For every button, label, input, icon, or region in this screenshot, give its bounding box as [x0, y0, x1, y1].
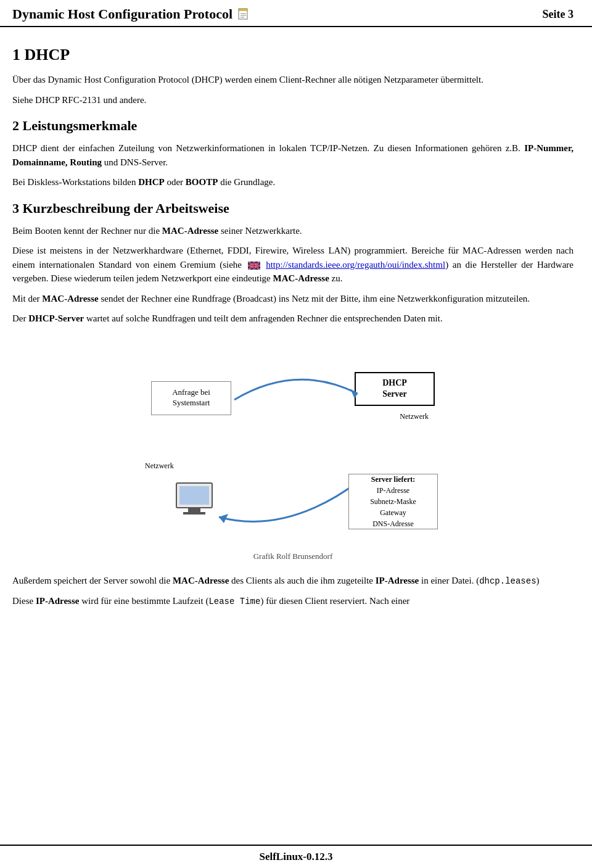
footer-label: SelfLinux-0.12.3: [259, 851, 332, 862]
dhcp-leases-code: dhcp.leases: [479, 576, 536, 586]
section3-p2: Diese ist meistens in der Netzwerkhardwa…: [12, 244, 574, 286]
netzwerk-label-top: Netzwerk: [400, 412, 429, 421]
section2-heading: 2 Leistungsmerkmale: [12, 118, 574, 134]
ieee-link[interactable]: http://standards.ieee.org/regauth/oui/in…: [266, 260, 445, 270]
ip-adresse-bold-2: IP-Adresse: [36, 596, 80, 606]
section3-p4-pre: Der: [12, 313, 28, 323]
main-content: 1 DHCP Über das Dynamic Host Configurati…: [0, 27, 592, 845]
section3-p5: Außerdem speichert der Server sowohl die…: [12, 574, 574, 588]
page: Dynamic Host Configuration Protocol Seit…: [0, 0, 592, 868]
ip-adresse-bold: IP-Adresse: [376, 576, 419, 585]
section3-heading: 3 Kurzbeschreibung der Arbeitsweise: [12, 200, 574, 217]
section3-p4: Der DHCP-Server wartet auf solche Rundfr…: [12, 312, 574, 326]
computer-icon: [166, 474, 222, 523]
bootp-bold: BOOTP: [186, 177, 218, 187]
screen: [179, 486, 209, 505]
section3-p3-post: sendet der Rechner eine Rundfrage (Broad…: [99, 294, 530, 304]
page-number: Seite 3: [543, 8, 574, 21]
section3-p6: Diese IP-Adresse wird für eine bestimmte…: [12, 594, 574, 608]
netzwerk-left-text: Netzwerk: [145, 461, 174, 470]
svg-rect-1: [239, 9, 247, 11]
dhcp-server-label: DHCPServer: [382, 378, 407, 400]
section2-p1-text: DHCP dient der einfachen Zuteilung von N…: [12, 143, 520, 153]
page-footer: SelfLinux-0.12.3: [0, 845, 592, 868]
netzwerk-top-text: Netzwerk: [400, 412, 429, 421]
netzwerk-label-left: Netzwerk: [145, 461, 174, 471]
dhcp-bold: DHCP: [138, 177, 165, 187]
server-gateway: Gateway: [380, 508, 406, 517]
arrow-top-svg: [228, 357, 364, 418]
section2-p1-end: und DNS-Server.: [104, 157, 168, 167]
mac-adresse-bold-4: MAC-Adresse: [173, 576, 229, 585]
header-left: Dynamic Host Configuration Protocol: [12, 6, 251, 22]
arrow-bottom-svg: [207, 468, 367, 542]
server-liefert-box: Server liefert: IP-Adresse Subnetz-Maske…: [348, 474, 438, 529]
section1-p2: Siehe DHCP RFC-2131 und andere.: [12, 93, 574, 107]
diagram-container: Anfrage beiSystemstart DHCPServer Netzwe…: [120, 338, 466, 561]
section3-p5-mid: des Clients als auch die ihm zugeteilte: [229, 576, 375, 585]
mac-adresse-bold-1: MAC-Adresse: [162, 226, 218, 236]
page-title: Dynamic Host Configuration Protocol: [12, 6, 232, 22]
section3-p3: Mit der MAC-Adresse sendet der Rechner e…: [12, 292, 574, 306]
section3-p3-pre: Mit der: [12, 294, 42, 304]
server-liefert-label: Server liefert: IP-Adresse Subnetz-Maske…: [370, 474, 416, 529]
section3-p6-mid: wird für eine bestimmte Laufzeit (: [79, 596, 208, 606]
grafik-caption: Grafik Rolf Brunsendorf: [253, 552, 333, 561]
section2-p2: Bei Diskless-Workstations bilden DHCP od…: [12, 175, 574, 189]
section3-p1: Beim Booten kennt der Rechner nur die MA…: [12, 224, 574, 238]
section3-p5-pre: Außerdem speichert der Server sowohl die: [12, 576, 173, 585]
section3-p2-end: zu.: [332, 273, 343, 283]
section3-p4-post: wartet auf solche Rundfragen und teilt d…: [84, 313, 442, 323]
server-dns: DNS-Adresse: [372, 519, 414, 528]
anfrage-box: Anfrage beiSystemstart: [151, 381, 231, 415]
dhcp-server-bold: DHCP-Server: [28, 313, 84, 323]
lease-time-code: Lease Time: [208, 597, 260, 606]
dhcp-diagram: Anfrage beiSystemstart DHCPServer Netzwe…: [133, 338, 453, 548]
page-header: Dynamic Host Configuration Protocol Seit…: [0, 0, 592, 27]
section1-p1: Über das Dynamic Host Configuration Prot…: [12, 73, 574, 87]
server-liefert-title: Server liefert:: [371, 475, 415, 484]
mac-adresse-bold-3: MAC-Adresse: [42, 294, 98, 304]
section3-p6-post: ) für diesen Client reserviert. Nach ein…: [260, 596, 409, 606]
base: [183, 512, 205, 515]
section3-p6-pre: Diese: [12, 596, 36, 606]
section3-p1-pre: Beim Booten kennt der Rechner nur die: [12, 226, 162, 236]
flag-icon: [248, 262, 260, 270]
monitor: [176, 482, 213, 508]
section3-p5-post: in einer Datei. (: [419, 576, 479, 585]
section3-p1-post: seiner Netzwerkkarte.: [218, 226, 302, 236]
mac-adresse-bold-2: MAC-Adresse: [273, 273, 329, 283]
document-icon: [237, 8, 251, 20]
section3-p5-end: ): [536, 576, 540, 585]
section2-p1: DHCP dient der einfachen Zuteilung von N…: [12, 141, 574, 169]
section1-heading: 1 DHCP: [12, 46, 574, 64]
server-ip: IP-Adresse: [377, 486, 409, 495]
svg-marker-14: [350, 389, 358, 399]
dhcp-server-box: DHCPServer: [355, 372, 435, 406]
anfrage-label: Anfrage beiSystemstart: [172, 387, 210, 408]
server-subnetz: Subnetz-Maske: [370, 497, 416, 506]
